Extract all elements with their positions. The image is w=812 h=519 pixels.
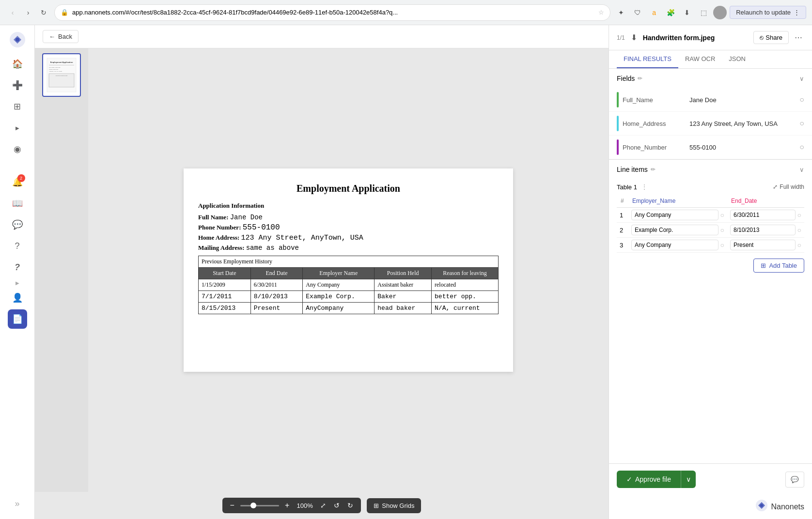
table-row: 1/15/2009 6/30/2011 Any Company Assistan… — [199, 279, 499, 291]
approve-file-button[interactable]: ✓ Approve file — [617, 471, 681, 488]
user-avatar[interactable] — [713, 6, 727, 19]
col-num-header: # — [617, 195, 628, 208]
more-options-button[interactable]: ⋯ — [793, 31, 804, 44]
full-width-button[interactable]: ⤢ Full width — [773, 183, 804, 190]
zoom-level-label: 100% — [295, 502, 314, 509]
fields-edit-icon[interactable]: ✏ — [638, 75, 642, 82]
row1-enddate-input[interactable]: 6/30/2011 — [730, 210, 796, 220]
sidebar-documents-button[interactable]: 📄 — [8, 309, 27, 329]
approve-dropdown-button[interactable]: ∨ — [681, 471, 696, 488]
zoom-slider[interactable] — [240, 505, 279, 506]
row2-reason: better opp. — [432, 291, 499, 303]
table-row: 3 Any Company ○ Present ○ — [617, 238, 804, 253]
tab-final-results[interactable]: FINAL RESULTS — [617, 50, 678, 68]
sidebar-grid-button[interactable]: ⊞ — [8, 97, 27, 116]
extensions-icon-btn[interactable]: ✦ — [614, 6, 628, 19]
right-panel-header: 1/1 ⬇ Handwritten form.jpeg ⎋ Share ⋯ — [609, 25, 812, 50]
fullname-field-value: Jane Doe — [689, 96, 796, 104]
sidebar-expand-button[interactable]: ▶ — [8, 118, 27, 137]
amazon-icon-btn[interactable]: a — [647, 6, 661, 19]
comment-button[interactable]: 💬 — [785, 472, 804, 488]
share-button[interactable]: ⎋ Share — [753, 31, 789, 44]
row1-enddate-check[interactable]: ○ — [797, 211, 801, 219]
address-check-icon[interactable]: ○ — [799, 119, 804, 128]
row2-employer-input[interactable]: Example Corp. — [631, 225, 718, 235]
address-value: 123 Any Street, AnyTown, USA — [241, 234, 363, 242]
row1-num: 1 — [617, 208, 628, 223]
show-grids-button[interactable]: ⊞ Show Grids — [367, 498, 421, 513]
svg-rect-5 — [49, 65, 74, 65]
table-actions: ⤢ Full width — [773, 183, 804, 190]
address-bar[interactable]: 🔒 app.nanonets.com/#/ocr/test/8c8a1882-2… — [54, 4, 610, 21]
puzzle-icon-btn[interactable]: 🧩 — [664, 6, 677, 19]
download-file-button[interactable]: ⬇ — [629, 31, 639, 44]
phone-check-icon[interactable]: ○ — [799, 143, 804, 152]
row3-employer-input[interactable]: Any Company — [631, 240, 718, 250]
address-indicator — [617, 116, 619, 131]
bookmark-icon[interactable]: ☆ — [598, 9, 604, 16]
sidebar-section-expand[interactable]: ▶ — [16, 280, 19, 286]
fit-page-button[interactable]: ⤢ — [318, 501, 328, 510]
sidebar-add-button[interactable]: ➕ — [8, 76, 27, 95]
row2-employer-check[interactable]: ○ — [720, 226, 724, 234]
tab-json[interactable]: JSON — [722, 50, 752, 68]
table-1-title: Table 1 — [617, 183, 637, 191]
relaunch-button[interactable]: Relaunch to update ⋮ — [730, 6, 806, 19]
bottom-toolbar: − + 100% ⤢ ↺ ↻ ⊞ Show Grids — [35, 492, 609, 519]
document-viewport[interactable]: Employment Application Application Infor… — [88, 48, 609, 492]
fullname-check-icon[interactable]: ○ — [799, 95, 804, 104]
rotate-left-button[interactable]: ↺ — [332, 501, 342, 510]
row1-employer-check[interactable]: ○ — [720, 211, 724, 219]
nanonets-logo[interactable] — [9, 31, 26, 48]
row3-enddate-check[interactable]: ○ — [797, 241, 801, 249]
branding-footer: Nanonets — [609, 495, 812, 519]
more-icon: ⋮ — [794, 9, 800, 16]
mailing-value: same as above — [246, 244, 299, 252]
nanonets-brand-name: Nanonets — [771, 503, 805, 511]
sidebar-help-button[interactable]: ? — [8, 236, 27, 256]
shield-icon-btn[interactable]: 🛡 — [631, 6, 644, 19]
sidebar-home-button[interactable]: 🏠 — [8, 54, 27, 74]
page-thumbnail[interactable]: Employment Application Full Name: Jane D… — [42, 53, 81, 97]
forward-nav-button[interactable]: › — [21, 6, 35, 19]
zoom-out-button[interactable]: − — [228, 501, 236, 510]
relaunch-label: Relaunch to update — [736, 9, 791, 16]
fields-chevron-icon[interactable]: ∨ — [799, 75, 804, 82]
comment-icon: 💬 — [791, 476, 799, 483]
back-button[interactable]: ← Back — [43, 30, 78, 43]
row1-employer-with-check: Any Company ○ — [631, 210, 724, 220]
sidebar-notifications-button[interactable]: 🔔 2 — [8, 172, 27, 192]
sidebar-help2-button[interactable]: ? — [8, 258, 27, 277]
back-nav-button[interactable]: ‹ — [6, 6, 19, 19]
file-name: Handwritten form.jpeg — [643, 34, 715, 42]
line-items-edit-icon[interactable]: ✏ — [651, 166, 656, 173]
row3-employer-check[interactable]: ○ — [720, 241, 724, 249]
phone-label: Phone Number: — [198, 224, 241, 231]
tab-raw-ocr[interactable]: RAW OCR — [678, 50, 722, 68]
svg-text:Previous Employment: Previous Employment — [56, 75, 68, 76]
field-row-phone: Phone_Number 555-0100 ○ — [609, 136, 812, 159]
url-text: app.nanonets.com/#/ocr/test/8c8a1882-2cc… — [72, 9, 398, 16]
line-items-chevron-icon[interactable]: ∨ — [799, 166, 804, 173]
sidebar-compass-button[interactable]: ◉ — [8, 139, 27, 159]
nanonets-brand-logo — [755, 499, 768, 515]
line-items-title: Line items ✏ — [617, 166, 656, 173]
row2-enddate-input[interactable]: 8/10/2013 — [730, 225, 796, 235]
cast-icon-btn[interactable]: ⬚ — [697, 6, 710, 19]
reload-nav-button[interactable]: ↻ — [37, 6, 50, 19]
row1-employer-input[interactable]: Any Company — [631, 210, 718, 220]
sidebar-chat-button[interactable]: 💬 — [8, 215, 27, 234]
row2-enddate-check[interactable]: ○ — [797, 226, 801, 234]
sidebar-expand-bottom[interactable]: » — [8, 494, 27, 513]
add-table-button[interactable]: ⊞ Add Table — [753, 259, 804, 273]
zoom-in-button[interactable]: + — [283, 501, 291, 510]
sidebar-book-button[interactable]: 📖 — [8, 194, 27, 213]
sidebar-user-button[interactable]: 👤 — [8, 288, 27, 307]
fields-section-header: Fields ✏ ∨ — [609, 69, 812, 88]
svg-text:Full Name: Jane Doe: Full Name: Jane Doe — [49, 67, 61, 68]
row3-enddate-input[interactable]: Present — [730, 240, 796, 250]
table-more-icon[interactable]: ⋮ — [641, 183, 648, 191]
download-icon-btn[interactable]: ⬇ — [680, 6, 694, 19]
rotate-right-button[interactable]: ↻ — [345, 501, 355, 510]
document-page: Employment Application Application Infor… — [184, 168, 513, 372]
